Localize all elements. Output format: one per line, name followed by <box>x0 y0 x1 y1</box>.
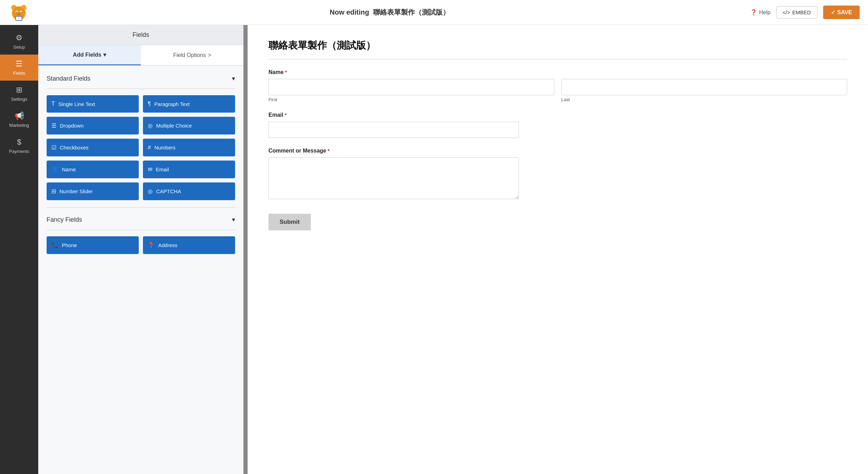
email-btn-label: Email <box>156 166 169 172</box>
add-single-line-text-button[interactable]: T Single Line Text <box>47 95 139 113</box>
field-options-chevron-icon: > <box>208 52 211 58</box>
fancy-fields-top-divider <box>47 207 235 207</box>
number-slider-icon: ⊟ <box>51 188 56 195</box>
name-first-sublabel: First <box>268 97 554 102</box>
logo-icon <box>10 3 28 22</box>
add-address-button[interactable]: 📍 Address <box>143 236 235 254</box>
paragraph-text-label: Paragraph Text <box>154 101 190 107</box>
sidebar-item-fields[interactable]: ☰ Fields <box>0 55 38 81</box>
single-line-text-label: Single Line Text <box>58 101 95 107</box>
fields-content: Standard Fields ▾ T Single Line Text ¶ P… <box>38 66 243 474</box>
form-preview: 聯絡表單製作（測試版） Name * First Last E <box>248 25 868 474</box>
name-label-text: Name <box>268 69 284 75</box>
help-label: Help <box>759 9 771 16</box>
sidebar-item-setup[interactable]: ⚙ Setup <box>0 28 38 55</box>
embed-button[interactable]: </> EMBED <box>776 6 818 18</box>
help-icon: ❓ <box>750 9 757 16</box>
number-slider-label: Number Slider <box>59 188 93 194</box>
sidebar-item-payments[interactable]: $ Payments <box>0 133 38 159</box>
name-last-sublabel: Last <box>561 97 847 102</box>
editing-prefix: Now editing <box>330 8 369 16</box>
form-divider <box>268 59 847 59</box>
name-subfields: First Last <box>268 79 847 102</box>
form-preview-title: 聯絡表單製作（測試版） <box>268 39 847 52</box>
fields-header-label: Fields <box>132 31 149 38</box>
tab-field-options[interactable]: Field Options > <box>141 45 243 65</box>
add-phone-button[interactable]: 📞 Phone <box>47 236 139 254</box>
add-email-button[interactable]: ✉ Email <box>143 161 235 178</box>
sidebar-item-fields-label: Fields <box>13 71 25 76</box>
fancy-fields-grid: 📞 Phone 📍 Address <box>47 236 235 254</box>
numbers-icon: # <box>148 145 151 151</box>
sidebar-item-marketing-label: Marketing <box>9 123 29 128</box>
standard-fields-label: Standard Fields <box>47 75 90 82</box>
form-name: 聯絡表單製作（測試版） <box>373 8 450 16</box>
email-required-star: * <box>285 112 287 118</box>
comment-field-label: Comment or Message * <box>268 148 847 154</box>
settings-icon: ⊞ <box>16 85 22 95</box>
submit-label: Submit <box>280 219 300 225</box>
field-options-tab-label: Field Options <box>173 52 206 58</box>
fancy-fields-label: Fancy Fields <box>47 216 82 223</box>
numbers-label: Numbers <box>154 145 176 150</box>
standard-fields-divider <box>47 89 235 89</box>
save-button[interactable]: ✓ SAVE <box>823 6 860 19</box>
tab-add-fields[interactable]: Add Fields ▾ <box>38 45 141 65</box>
add-checkboxes-button[interactable]: ☑ Checkboxes <box>47 139 139 156</box>
sidebar-item-settings-label: Settings <box>11 97 27 102</box>
name-first-input[interactable] <box>268 79 554 95</box>
gear-icon: ⚙ <box>16 33 23 42</box>
embed-icon: </> <box>783 9 790 15</box>
panel-divider <box>243 25 248 474</box>
phone-label: Phone <box>62 242 77 248</box>
email-icon: ✉ <box>148 166 152 173</box>
address-icon: 📍 <box>148 242 155 248</box>
add-number-slider-button[interactable]: ⊟ Number Slider <box>47 182 139 200</box>
svg-point-9 <box>18 13 20 15</box>
logo <box>8 2 29 23</box>
add-paragraph-text-button[interactable]: ¶ Paragraph Text <box>143 95 235 113</box>
paragraph-text-icon: ¶ <box>148 101 151 107</box>
payments-icon: $ <box>17 138 21 147</box>
name-field-label: Name * <box>268 69 847 75</box>
save-label: SAVE <box>837 9 852 16</box>
standard-fields-section-header: Standard Fields ▾ <box>47 73 235 84</box>
svg-point-7 <box>21 11 22 13</box>
name-icon: 👤 <box>51 166 58 173</box>
add-fields-tab-label: Add Fields <box>73 52 102 58</box>
fancy-fields-chevron-icon: ▾ <box>232 216 235 223</box>
add-numbers-button[interactable]: # Numbers <box>143 139 235 156</box>
email-label-text: Email <box>268 112 283 118</box>
fancy-fields-section-header: Fancy Fields ▾ <box>47 214 235 226</box>
captcha-label: CAPTCHA <box>156 188 181 194</box>
submit-button[interactable]: Submit <box>268 214 311 230</box>
add-captcha-button[interactable]: ◎ CAPTCHA <box>143 182 235 200</box>
name-required-star: * <box>285 70 287 75</box>
sidebar-item-marketing[interactable]: 📢 Marketing <box>0 107 38 133</box>
check-icon: ✓ <box>831 9 835 16</box>
name-last-input[interactable] <box>561 79 847 95</box>
form-field-comment: Comment or Message * <box>268 148 847 201</box>
name-btn-label: Name <box>62 166 76 172</box>
multiple-choice-icon: ◎ <box>148 122 153 129</box>
comment-required-star: * <box>328 148 329 154</box>
standard-fields-grid: T Single Line Text ¶ Paragraph Text ☰ Dr… <box>47 95 235 200</box>
multiple-choice-label: Multiple Choice <box>156 123 192 129</box>
name-first-wrap: First <box>268 79 554 102</box>
add-multiple-choice-button[interactable]: ◎ Multiple Choice <box>143 117 235 134</box>
email-field-label: Email * <box>268 112 847 118</box>
tabs-row: Add Fields ▾ Field Options > <box>38 45 243 66</box>
add-dropdown-button[interactable]: ☰ Dropdown <box>47 117 139 134</box>
fancy-fields-divider <box>47 230 235 230</box>
help-button[interactable]: ❓ Help <box>750 9 771 16</box>
sidebar: ⚙ Setup ☰ Fields ⊞ Settings 📢 Marketing … <box>0 25 38 474</box>
sidebar-item-settings[interactable]: ⊞ Settings <box>0 81 38 107</box>
topbar-actions: ❓ Help </> EMBED ✓ SAVE <box>750 6 860 19</box>
email-input[interactable] <box>268 122 519 138</box>
editing-title: Now editing 聯絡表單製作（測試版） <box>330 8 449 17</box>
add-name-button[interactable]: 👤 Name <box>47 161 139 178</box>
single-line-text-icon: T <box>51 101 55 107</box>
comment-textarea[interactable] <box>268 157 519 199</box>
form-field-email: Email * <box>268 112 847 138</box>
standard-fields-chevron-icon: ▾ <box>232 75 235 82</box>
